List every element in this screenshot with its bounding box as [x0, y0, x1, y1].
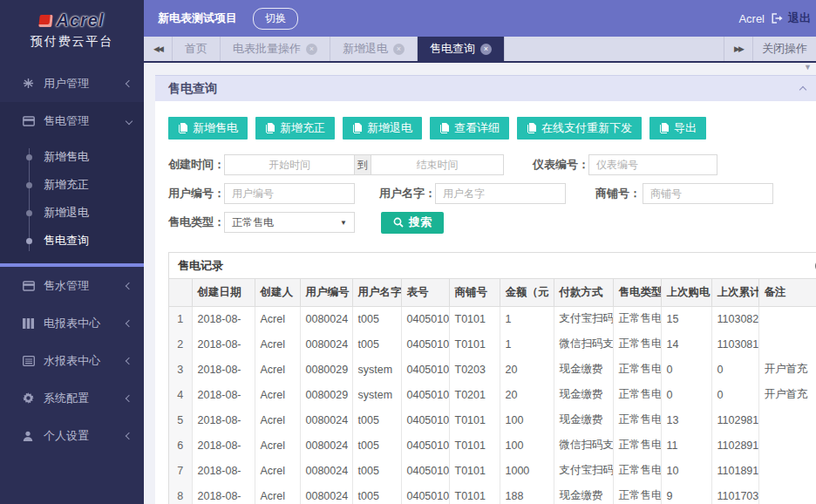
- sidebar-subitem-新增售电[interactable]: 新增售电: [0, 143, 144, 171]
- table-cell: 2018-08-: [192, 483, 255, 504]
- tab-电表批量操作[interactable]: 电表批量操作×: [221, 37, 330, 61]
- to-label: 到: [355, 154, 371, 175]
- table-row[interactable]: 42018-08-Acrel0080029system04050102T0201…: [169, 382, 816, 407]
- table-cell: 04050101: [401, 306, 449, 331]
- sidebar-item-sale-water-mgmt[interactable]: 售水管理: [0, 267, 144, 304]
- user-name-input[interactable]: [435, 183, 566, 204]
- shop-no-input[interactable]: [643, 183, 773, 204]
- view-detail-button[interactable]: 查看详细: [430, 117, 509, 140]
- table-cell: 正常售电: [613, 331, 661, 357]
- table-cell: 0080024: [300, 331, 352, 357]
- tabs-scroll-right-button[interactable]: ▶▶: [724, 37, 752, 61]
- table-cell: 04050101: [401, 331, 449, 357]
- table-cell: T0201: [449, 382, 500, 407]
- row-number: 8: [169, 483, 192, 504]
- chevron-down-icon: [126, 117, 133, 124]
- table-cell: Acrel: [255, 432, 300, 458]
- sidebar-item-water-report-center[interactable]: 水报表中心: [0, 342, 144, 379]
- close-operations-menu[interactable]: 关闭操作: [752, 37, 816, 61]
- username[interactable]: Acrel: [738, 12, 765, 25]
- table-cell: 2018-08-: [192, 432, 255, 458]
- bullet-icon: [26, 210, 32, 216]
- table-cell: 1: [500, 331, 554, 357]
- table-row[interactable]: 52018-08-Acrel0080024t00504050101T010110…: [169, 407, 816, 432]
- select-caret-icon: ▼: [340, 219, 347, 227]
- table-row[interactable]: 12018-08-Acrel0080024t00504050101T01011支…: [169, 306, 816, 331]
- table-cell: 正常售电: [613, 382, 661, 407]
- table-cell: 微信扫码支付: [554, 331, 613, 357]
- row-number: 3: [169, 357, 192, 382]
- table-cell: 正常售电: [613, 306, 661, 331]
- switch-project-button[interactable]: 切换: [253, 8, 298, 30]
- table-cell: Acrel: [255, 458, 300, 483]
- sale-type-select[interactable]: 正常售电 ▼: [224, 212, 355, 233]
- tab-首页[interactable]: 首页: [173, 37, 221, 61]
- table-cell: 15: [661, 306, 711, 331]
- table-cell: 正常售电: [613, 407, 661, 432]
- sidebar-subitem-label: 新增退电: [44, 205, 89, 221]
- sidebar-item-sale-elec-mgmt[interactable]: 售电管理: [0, 102, 144, 140]
- chevron-left-icon: [126, 432, 133, 439]
- doc-icon: [352, 123, 362, 133]
- table-cell: system: [352, 357, 401, 382]
- search-button[interactable]: 搜索: [381, 212, 444, 234]
- table-cell: 0080024: [300, 432, 352, 458]
- table-row[interactable]: 82018-08-Acrel0080024t00504050101T010118…: [169, 483, 816, 504]
- table-row[interactable]: 62018-08-Acrel0080024t00504050101T010110…: [169, 432, 816, 458]
- tabs-scroll-left-button[interactable]: ◀◀: [144, 37, 173, 61]
- start-time-input[interactable]: [224, 154, 355, 175]
- add-refund-button[interactable]: 新增退电: [343, 117, 422, 140]
- table-cell: T0101: [449, 331, 500, 357]
- export-button[interactable]: 导出: [649, 117, 706, 140]
- table-body: 12018-08-Acrel0080024t00504050101T01011支…: [169, 306, 816, 504]
- caret-down-icon[interactable]: ▼: [804, 63, 812, 72]
- column-header: 表号: [401, 279, 449, 306]
- table-cell: Acrel: [255, 357, 300, 382]
- logout-button[interactable]: 退出: [772, 10, 811, 26]
- doc-icon: [527, 123, 536, 133]
- table-cell: 11: [661, 432, 711, 458]
- logout-label: 退出: [788, 10, 811, 26]
- content-area: ▼ 售电查询 新增售电新增充正新增退电查看详细在线支付重新下发导出 创建时间：: [144, 63, 816, 504]
- column-header: 用户名字: [352, 279, 401, 306]
- add-recharge-button[interactable]: 新增充正: [255, 117, 335, 140]
- table-row[interactable]: 22018-08-Acrel0080024t00504050101T01011微…: [169, 331, 816, 357]
- sidebar-item-label: 电报表中心: [44, 316, 126, 331]
- panel-collapse-button[interactable]: [800, 85, 806, 92]
- online-pay-resend-button[interactable]: 在线支付重新下发: [517, 117, 642, 140]
- sidebar-subitem-新增充正[interactable]: 新增充正: [0, 171, 144, 199]
- sidebar-item-personal-settings[interactable]: 个人设置: [0, 417, 144, 454]
- user-no-input[interactable]: [224, 183, 355, 204]
- chevron-left-icon: [126, 282, 133, 289]
- table-row[interactable]: 32018-08-Acrel0080029system04050102T0203…: [169, 357, 816, 382]
- table-row[interactable]: 72018-08-Acrel0080024t00504050101T010110…: [169, 458, 816, 483]
- tab-新增退电[interactable]: 新增退电×: [330, 37, 418, 61]
- table-cell: 1000: [500, 458, 554, 483]
- sidebar-menu: 用户管理售电管理新增售电新增充正新增退电售电查询售水管理电报表中心水报表中心系统…: [0, 65, 144, 504]
- meter-no-input[interactable]: [588, 154, 717, 175]
- table-cell: [758, 331, 816, 357]
- person-icon: [23, 431, 44, 441]
- sidebar-item-elec-report-center[interactable]: 电报表中心: [0, 304, 144, 342]
- table-cell: t005: [352, 432, 401, 458]
- button-label: 新增充正: [280, 120, 325, 136]
- tab-close-icon[interactable]: ×: [480, 44, 492, 55]
- sidebar-subitem-售电查询[interactable]: 售电查询: [0, 227, 144, 255]
- sidebar-item-system-config[interactable]: 系统配置: [0, 379, 144, 417]
- table-cell: 0: [661, 357, 711, 382]
- tab-售电查询[interactable]: 售电查询×: [418, 37, 505, 61]
- sidebar-subitem-新增退电[interactable]: 新增退电: [0, 199, 144, 227]
- chevron-left-icon: [126, 79, 133, 86]
- tab-close-icon[interactable]: ×: [393, 44, 405, 55]
- add-sale-button[interactable]: 新增售电: [168, 117, 248, 140]
- table-cell: 现金缴费: [554, 483, 613, 504]
- table-cell: 100: [500, 432, 554, 458]
- row-number: 4: [169, 382, 192, 407]
- shop-no-label: 商铺号：: [587, 186, 641, 201]
- table-cell: [758, 407, 816, 432]
- sidebar-item-user-mgmt[interactable]: 用户管理: [0, 65, 144, 102]
- end-time-input[interactable]: [371, 154, 504, 175]
- tab-close-icon[interactable]: ×: [306, 44, 317, 55]
- table-cell: 微信扫码支付: [554, 432, 613, 458]
- table-cell: 2018-08-: [192, 382, 255, 407]
